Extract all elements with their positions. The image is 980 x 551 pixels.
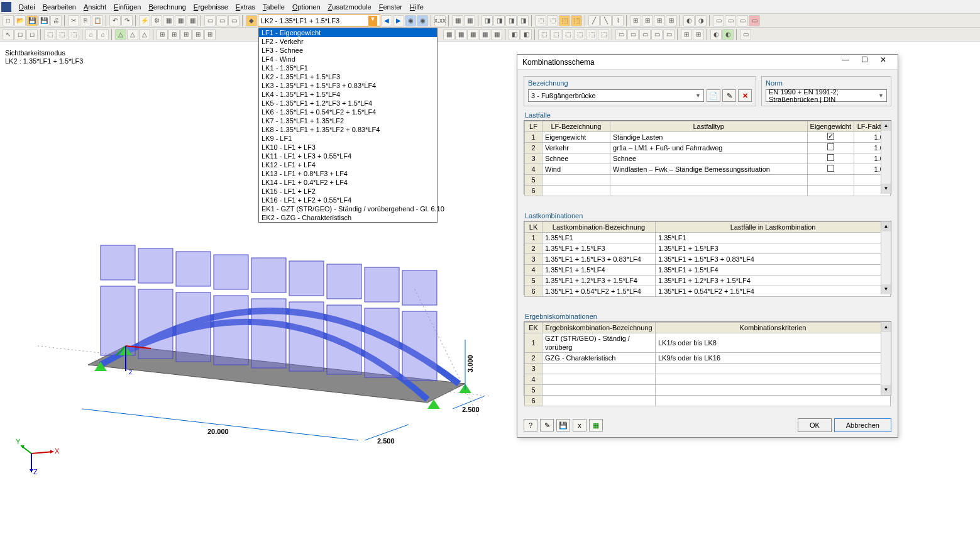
loadcase-option[interactable]: LK4 - 1.35*LF1 + 1.5*LF4	[259, 90, 437, 99]
tool-icon[interactable]: ⊞	[180, 29, 192, 40]
menu-tabelle[interactable]: Tabelle	[259, 2, 289, 12]
tool-icon[interactable]: ⬚	[586, 29, 597, 40]
tool-icon[interactable]: ▦	[491, 29, 502, 40]
cut-icon[interactable]: ✂	[68, 15, 79, 26]
tool-icon[interactable]: ◨	[517, 15, 529, 26]
minimize-icon[interactable]: —	[836, 55, 855, 69]
close-icon[interactable]: ✕	[874, 55, 893, 69]
save-as-icon[interactable]: 💾	[38, 15, 50, 26]
menu-optionen[interactable]: Optionen	[289, 2, 324, 12]
save-icon[interactable]: 💾	[556, 419, 570, 431]
loadcase-option[interactable]: LK10 - LF1 + LF3	[259, 143, 437, 152]
tool-icon[interactable]: ◻	[14, 29, 26, 40]
view-icon[interactable]: ▭	[204, 15, 216, 26]
loadcase-option[interactable]: LK6 - 1.35*LF1 + 0.54*LF2 + 1.5*LF4	[259, 108, 437, 116]
tool-icon[interactable]: ⚙	[151, 15, 162, 26]
tool-icon[interactable]: ▭	[651, 29, 663, 40]
loadcase-dropdown[interactable]: LF1 - EigengewichtLF2 - VerkehrLF3 - Sch…	[258, 28, 438, 223]
norm-select[interactable]: EN 1990 + EN 1991-2; Straßenbrücken | DI…	[766, 89, 887, 102]
delete-scheme-icon[interactable]: ✕	[738, 89, 752, 102]
table-row[interactable]: 11.35*LF11.35*LF1	[525, 233, 891, 243]
scrollbar[interactable]: ▲▼	[881, 121, 891, 194]
tool-icon[interactable]: ▭	[615, 29, 627, 40]
menu-hilfe[interactable]: Hilfe	[406, 2, 427, 12]
new-icon[interactable]: □	[3, 15, 14, 26]
table-row[interactable]: 3SchneeSchnee1.00	[525, 153, 891, 164]
lastkombinationen-table[interactable]: LKLastkombination-BezeichnungLastfälle i…	[524, 221, 891, 297]
bezeichnung-select[interactable]: 3 - Fußgängerbrücke ▼	[528, 89, 704, 102]
table-row[interactable]: 2GZG - CharakteristischLK9/s oder bis LK…	[525, 353, 891, 364]
tool-icon[interactable]: ⬚	[547, 15, 558, 26]
loadcase-option[interactable]: LK8 - 1.35*LF1 + 1.35*LF2 + 0.83*LF4	[259, 125, 437, 134]
tool-icon[interactable]: ◧	[509, 29, 520, 40]
tool-icon[interactable]: ◨	[505, 15, 517, 26]
next-icon[interactable]: ▶	[393, 15, 404, 26]
lastfaelle-table[interactable]: LFLF-BezeichnungLastfalltypEigengewichtL…	[524, 121, 891, 196]
table-row[interactable]: 4	[525, 374, 891, 385]
result-icon[interactable]: ◉	[417, 15, 428, 26]
tool-icon[interactable]: ⊞	[630, 15, 641, 26]
help-icon[interactable]: ?	[524, 419, 537, 431]
loadcase-option[interactable]: LK2 - 1.35*LF1 + 1.5*LF3	[259, 72, 437, 81]
table-row[interactable]: 6	[525, 396, 891, 406]
loadcase-option[interactable]: LF3 - Schnee	[259, 46, 437, 55]
tool-icon[interactable]: △	[127, 29, 138, 40]
tool-icon[interactable]: ◻	[26, 29, 38, 40]
excel-icon[interactable]: ▦	[589, 419, 603, 431]
prev-icon[interactable]: ◀	[381, 15, 392, 26]
tool-icon[interactable]: ▦	[163, 15, 174, 26]
menu-einfügen[interactable]: Einfügen	[110, 2, 145, 12]
maximize-icon[interactable]: ☐	[855, 55, 874, 69]
tool-icon[interactable]: ╲	[600, 15, 612, 26]
tool-icon[interactable]: ⬚	[574, 29, 585, 40]
table-row[interactable]: 21.35*LF1 + 1.5*LF31.35*LF1 + 1.5*LF3	[525, 243, 891, 254]
tool-icon[interactable]: ⬚	[68, 29, 79, 40]
tool-icon[interactable]: ▭	[627, 29, 639, 40]
tool-icon[interactable]: ▦	[175, 15, 186, 26]
tool-icon[interactable]: ◐	[710, 29, 722, 40]
loadcase-option[interactable]: LF4 - Wind	[259, 55, 437, 64]
excel-export-icon[interactable]: x	[573, 419, 586, 431]
menu-bearbeiten[interactable]: Bearbeiten	[39, 2, 80, 12]
ok-button[interactable]: OK	[798, 418, 832, 432]
tool-icon[interactable]: ▭	[663, 29, 674, 40]
tool-icon[interactable]: ⚡	[139, 15, 150, 26]
loadcase-option[interactable]: LF1 - Eigengewicht	[259, 28, 437, 37]
tool-icon[interactable]: ⊞	[204, 29, 216, 40]
tool-icon[interactable]: ⊞	[192, 29, 204, 40]
viewport-3d[interactable]: z 20.000 2.500 2.500 3.000	[25, 214, 503, 465]
menu-berechnung[interactable]: Berechnung	[145, 2, 189, 12]
table-row[interactable]: 1GZT (STR/GEO) - Ständig / vorübergLK1/s…	[525, 333, 891, 353]
tool-icon[interactable]: ▦	[452, 15, 463, 26]
tool-icon[interactable]: ⬚	[559, 15, 570, 26]
loadcase-option[interactable]: LK1 - 1.35*LF1	[259, 64, 437, 72]
table-row[interactable]: 61.35*LF1 + 0.54*LF2 + 1.5*LF41.35*LF1 +…	[525, 286, 891, 297]
tool-icon[interactable]: ⌇	[612, 15, 624, 26]
table-row[interactable]: 2Verkehrgr1a – LM1 + Fuß- und Fahrradweg…	[525, 143, 891, 153]
loadcase-combo[interactable]: LK2 - 1.35*LF1 + 1.5*LF3 ▼	[258, 14, 380, 27]
view-icon[interactable]: ▭	[228, 15, 239, 26]
tool-icon[interactable]: ⬚	[44, 29, 55, 40]
view-icon[interactable]: ▭	[216, 15, 228, 26]
menu-datei[interactable]: Datei	[15, 2, 39, 12]
loadcase-icon[interactable]: ◆	[246, 15, 257, 26]
new-scheme-icon[interactable]: 📄	[707, 89, 720, 102]
result-icon[interactable]: ◉	[405, 15, 416, 26]
menu-zusatzmodule[interactable]: Zusatzmodule	[324, 2, 375, 12]
print-icon[interactable]: 🖨	[50, 15, 62, 26]
copy-icon[interactable]: ⎘	[80, 15, 91, 26]
tool-icon[interactable]: ⊞	[681, 29, 692, 40]
rename-scheme-icon[interactable]: ✎	[722, 89, 736, 102]
tool-icon[interactable]: ⬚	[571, 15, 582, 26]
table-row[interactable]: 5	[525, 385, 891, 396]
tool-icon[interactable]: ▭	[639, 29, 651, 40]
tool-icon[interactable]: ⬚	[562, 29, 573, 40]
scrollbar[interactable]: ▲▼	[881, 322, 891, 395]
loadcase-option[interactable]: LK3 - 1.35*LF1 + 1.5*LF3 + 0.83*LF4	[259, 81, 437, 90]
table-row[interactable]: 4WindWindlasten – Fwk – Ständige Bemessu…	[525, 164, 891, 175]
tool-icon[interactable]: ╱	[588, 15, 600, 26]
tool-icon[interactable]: ⊞	[666, 15, 677, 26]
tool-icon[interactable]: ◐	[722, 29, 734, 40]
tool-icon[interactable]: △	[139, 29, 150, 40]
table-row[interactable]: 41.35*LF1 + 1.5*LF41.35*LF1 + 1.5*LF4	[525, 265, 891, 276]
